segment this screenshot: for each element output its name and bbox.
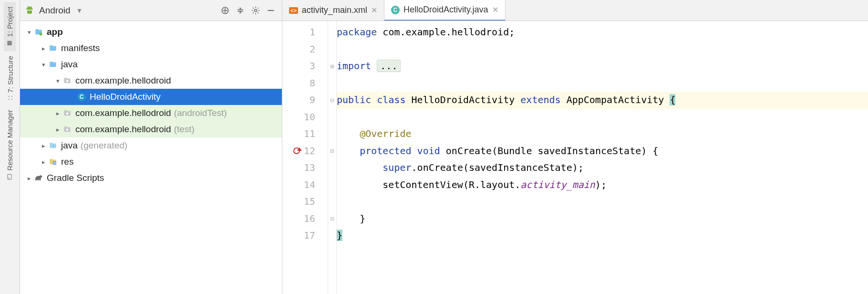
fold-end-icon[interactable]: ⊟ <box>328 210 336 228</box>
editor-tabs: <> activity_main.xml ✕ C HelloDroidActiv… <box>282 0 868 21</box>
line-number: 3 <box>310 58 315 75</box>
generated-folder-icon <box>49 141 57 150</box>
editor-tab-xml[interactable]: <> activity_main.xml ✕ <box>282 0 384 21</box>
class-icon: C <box>391 6 400 14</box>
tree-node-manifests[interactable]: ▸ manifests <box>20 40 282 56</box>
tool-tab-structure[interactable]: ∷ 7: Structure <box>4 51 16 105</box>
fold-collapse-icon[interactable]: ⊟ <box>328 143 336 160</box>
tab-label: HelloDroidActivity.java <box>403 5 488 15</box>
code-text: onCreate(Bundle savedInstanceState) { <box>446 145 659 157</box>
line-number: 12 <box>304 143 315 160</box>
tree-node-java[interactable]: ▾ java <box>20 56 282 73</box>
package-icon <box>63 109 72 117</box>
line-number: 2 <box>310 41 315 58</box>
chevron-right-icon[interactable]: ▸ <box>39 142 48 149</box>
tool-tab-label: 1: Project <box>6 7 14 37</box>
code-text: HelloDroidActivity <box>412 94 521 105</box>
annotation: @Override <box>360 128 411 139</box>
editor-tab-java[interactable]: C HelloDroidActivity.java ✕ <box>384 0 506 21</box>
project-icon <box>7 40 13 46</box>
chevron-right-icon[interactable]: ▸ <box>53 110 62 117</box>
code-text: .onCreate(savedInstanceState); <box>412 162 584 173</box>
tree-node-app[interactable]: ▾ app <box>20 24 282 40</box>
project-panel-header: Android ▼ <box>20 0 282 21</box>
chevron-right-icon[interactable]: ▸ <box>25 175 33 182</box>
line-number: 13 <box>304 159 315 177</box>
select-opened-file-button[interactable] <box>219 4 231 17</box>
hide-panel-button[interactable] <box>265 4 277 17</box>
tool-tab-resource-manager[interactable]: Resource Manager <box>4 105 16 185</box>
package-icon <box>63 125 72 134</box>
keyword: public <box>337 94 377 105</box>
svg-rect-14 <box>55 162 56 164</box>
keyword: void <box>417 145 446 157</box>
svg-point-8 <box>40 33 42 36</box>
code-editor[interactable]: 1 2 3 8 9 10 11 12 13 14 15 16 17 ⊞ ⊟ ⊟ … <box>282 21 868 294</box>
tree-label: app <box>47 27 63 37</box>
line-number: 15 <box>304 193 315 210</box>
chevron-down-icon[interactable]: ▼ <box>76 7 83 14</box>
folder-icon <box>49 44 57 52</box>
tree-label: Gradle Scripts <box>47 173 104 183</box>
override-gutter-icon[interactable] <box>293 147 300 154</box>
structure-icon: ∷ <box>8 94 12 102</box>
fold-gutter[interactable]: ⊞ ⊟ ⊟ ⊟ <box>328 21 337 294</box>
code-text: } <box>360 213 365 224</box>
tree-node-package-androidtest[interactable]: ▸ com.example.hellodroid (androidTest) <box>20 105 282 121</box>
tree-label: com.example.hellodroid <box>75 124 171 135</box>
chevron-down-icon[interactable]: ▾ <box>39 61 48 68</box>
tree-node-gradle-scripts[interactable]: ▸ Gradle Scripts <box>20 170 282 186</box>
svg-rect-0 <box>8 41 12 45</box>
gradle-icon <box>34 173 43 183</box>
folded-region[interactable]: ... <box>377 60 401 72</box>
editor-area: <> activity_main.xml ✕ C HelloDroidActiv… <box>282 0 868 294</box>
resource-manager-icon <box>7 174 13 180</box>
tool-tab-label: Resource Manager <box>6 110 14 171</box>
close-icon[interactable]: ✕ <box>371 6 377 15</box>
line-number: 10 <box>304 109 315 126</box>
field-ref: activity_main <box>520 179 595 190</box>
code-content[interactable]: package com.example.hellodroid; import .… <box>337 21 868 294</box>
tree-label: java <box>61 140 78 151</box>
package-icon <box>63 76 72 85</box>
line-number-gutter[interactable]: 1 2 3 8 9 10 11 12 13 14 15 16 17 <box>282 21 328 294</box>
line-number: 1 <box>310 24 315 41</box>
close-icon[interactable]: ✕ <box>492 5 498 14</box>
svg-point-6 <box>255 9 257 11</box>
collapse-all-button[interactable] <box>234 4 247 17</box>
tree-label: java <box>61 59 78 70</box>
line-number: 11 <box>304 126 315 143</box>
fold-expand-icon[interactable]: ⊞ <box>328 58 336 75</box>
tool-tab-project[interactable]: 1: Project <box>4 2 16 51</box>
svg-rect-13 <box>54 162 55 164</box>
svg-rect-1 <box>8 174 11 179</box>
chevron-right-icon[interactable]: ▸ <box>39 158 48 166</box>
tree-node-package-test[interactable]: ▸ com.example.hellodroid (test) <box>20 121 282 137</box>
tree-suffix: (test) <box>174 124 195 135</box>
tree-label: manifests <box>61 43 100 53</box>
chevron-down-icon[interactable]: ▾ <box>53 77 62 84</box>
svg-point-10 <box>66 113 69 115</box>
left-tool-tabs: 1: Project ∷ 7: Structure Resource Manag… <box>0 0 20 294</box>
xml-file-icon: <> <box>289 7 298 14</box>
res-folder-icon <box>49 158 57 166</box>
tree-node-res[interactable]: ▸ res <box>20 154 282 170</box>
project-view-selector[interactable]: Android <box>39 5 71 16</box>
code-text: ); <box>595 179 607 190</box>
chevron-right-icon[interactable]: ▸ <box>39 45 48 52</box>
chevron-right-icon[interactable]: ▸ <box>53 126 62 133</box>
android-icon <box>25 6 34 15</box>
tool-tab-label: 7: Structure <box>6 56 14 93</box>
matched-brace: { <box>670 94 675 105</box>
tree-node-java-generated[interactable]: ▸ java (generated) <box>20 137 282 154</box>
tree-node-package-main[interactable]: ▾ com.example.hellodroid <box>20 73 282 89</box>
fold-collapse-icon[interactable]: ⊟ <box>328 92 336 109</box>
chevron-down-icon[interactable]: ▾ <box>25 29 33 36</box>
keyword: import <box>337 60 377 72</box>
tree-node-activity-class[interactable]: C HelloDroidActivity <box>20 89 282 105</box>
folder-icon <box>49 60 57 69</box>
settings-button[interactable] <box>249 4 262 17</box>
line-number: 16 <box>304 210 315 228</box>
project-tree[interactable]: ▾ app ▸ manifests ▾ java ▾ com.example.h… <box>20 21 282 186</box>
keyword: package <box>337 26 377 38</box>
